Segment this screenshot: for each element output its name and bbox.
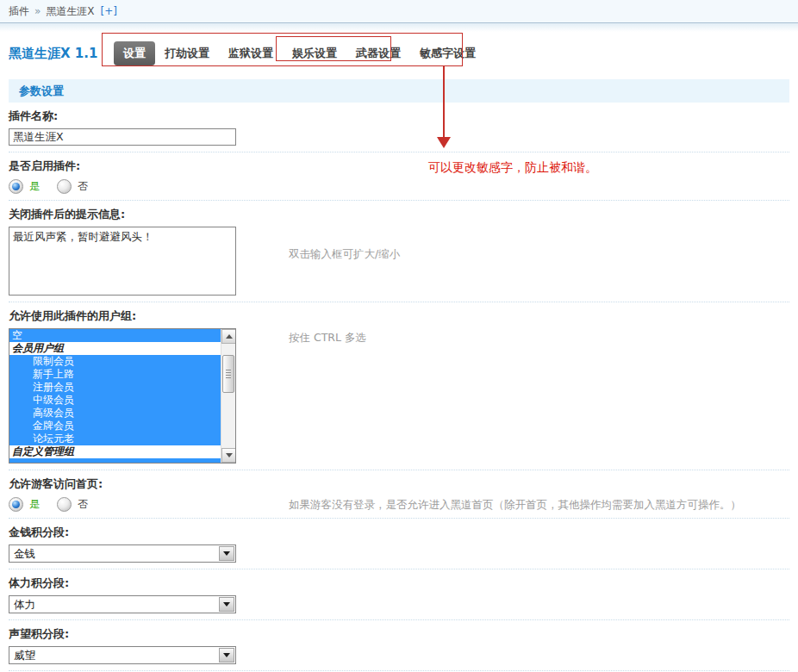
page-title: 黑道生涯X 1.1 [9, 46, 97, 62]
tab-4-武器设置[interactable]: 武器设置 [346, 41, 410, 65]
energy-credit-selected-value: 体力 [9, 596, 235, 613]
guest-access-yes-label: 是 [29, 497, 40, 512]
header-fade [0, 23, 798, 32]
scroll-up-icon [226, 334, 233, 339]
enable-plugin-label: 是否启用插件: [9, 159, 789, 173]
scroll-grip-icon [226, 370, 231, 378]
section-title-params: 参数设置 [9, 79, 789, 103]
plugin-name-label: 插件名称: [9, 109, 789, 123]
usergroup-option-0[interactable]: 空 [9, 329, 221, 342]
usergroup-option-2[interactable]: 限制会员 [9, 355, 221, 368]
guest-access-label: 允许游客访问首页: [9, 477, 789, 491]
plugin-header: 黑道生涯X 1.1 设置打劫设置监狱设置娱乐设置武器设置敏感字设置 [0, 32, 798, 79]
money-credit-label: 金钱积分段: [9, 526, 789, 539]
usergroup-option-7[interactable]: 金牌会员 [9, 420, 221, 432]
close-message-hint: 双击输入框可扩大/缩小 [289, 247, 400, 262]
guest-access-hint: 如果游客没有登录，是否允许进入黑道首页（除开首页，其他操作均需要加入黑道方可操作… [289, 498, 741, 513]
tab-bar: 设置打劫设置监狱设置娱乐设置武器设置敏感字设置 [114, 41, 485, 65]
usergroup-option-1[interactable]: 会员用户组 [9, 342, 221, 355]
row-close-message: 关闭插件后的提示信息: 最近风声紧，暂时避避风头！ 双击输入框可扩大/缩小 [9, 201, 789, 302]
dropdown-arrow-icon[interactable] [219, 546, 234, 561]
breadcrumb-current-page: 黑道生涯X [46, 4, 94, 19]
enable-plugin-radio-group: 是 否 [9, 178, 789, 194]
breadcrumb: 插件 » 黑道生涯X [+] [0, 0, 798, 23]
scrollbar-down-button[interactable] [221, 448, 236, 463]
breadcrumb-link-plugins[interactable]: 插件 [9, 4, 29, 19]
money-credit-select[interactable]: 金钱 [9, 544, 236, 563]
usergroup-option-8[interactable]: 论坛元老 [9, 432, 221, 445]
tab-2-监狱设置[interactable]: 监狱设置 [219, 41, 283, 65]
row-energy-credit: 体力积分段: 体力 [9, 569, 789, 620]
breadcrumb-expand-link[interactable]: [+] [101, 5, 117, 17]
row-prestige-credit: 声望积分段: 威望 [9, 620, 789, 671]
enable-plugin-radio-no[interactable] [57, 179, 72, 194]
prestige-credit-label: 声望积分段: [9, 627, 789, 641]
energy-credit-label: 体力积分段: [9, 576, 789, 590]
usergroup-option-9[interactable]: 自定义管理组 [9, 445, 221, 458]
money-credit-selected-value: 金钱 [9, 545, 235, 562]
prestige-credit-select[interactable]: 威望 [9, 646, 236, 664]
settings-form: 插件名称: 是否启用插件: 是 否 关闭插件后的提示信息: 最近风声紧，暂时避避… [0, 103, 798, 671]
usergroups-list-items: 空会员用户组限制会员新手上路注册会员中级会员高级会员金牌会员论坛元老自定义管理组 [9, 329, 221, 458]
guest-access-radio-no[interactable] [57, 497, 72, 512]
scrollbar-up-button[interactable] [221, 329, 236, 344]
row-plugin-name: 插件名称: [9, 103, 789, 152]
guest-access-no-label: 否 [78, 497, 88, 512]
usergroups-partial-item[interactable] [9, 458, 221, 463]
tab-5-敏感字设置[interactable]: 敏感字设置 [410, 41, 485, 65]
row-usergroups: 允许使用此插件的用户组: 空会员用户组限制会员新手上路注册会员中级会员高级会员金… [9, 302, 789, 470]
plugin-name-input[interactable] [9, 128, 236, 146]
usergroup-option-3[interactable]: 新手上路 [9, 368, 221, 381]
row-money-credit: 金钱积分段: 金钱 [9, 519, 789, 569]
close-message-label: 关闭插件后的提示信息: [9, 208, 789, 221]
guest-access-radio-yes[interactable] [9, 497, 23, 512]
scroll-down-icon [226, 453, 233, 457]
close-message-textarea[interactable]: 最近风声紧，暂时避避风头！ [9, 227, 236, 296]
row-guest-access: 允许游客访问首页: 是 否 如果游客没有登录，是否允许进入黑道首页（除开首页，其… [9, 470, 789, 519]
usergroups-hint: 按住 CTRL 多选 [289, 331, 366, 345]
prestige-credit-selected-value: 威望 [9, 647, 235, 663]
energy-credit-select[interactable]: 体力 [9, 595, 236, 613]
usergroups-scrollbar[interactable] [221, 329, 235, 463]
dropdown-arrow-icon[interactable] [219, 648, 234, 663]
tab-3-娱乐设置[interactable]: 娱乐设置 [283, 41, 346, 65]
row-enable-plugin: 是否启用插件: 是 否 [9, 152, 789, 201]
enable-plugin-yes-label: 是 [29, 179, 40, 194]
enable-plugin-radio-yes[interactable] [9, 179, 23, 194]
dropdown-arrow-icon[interactable] [219, 597, 234, 612]
usergroups-label: 允许使用此插件的用户组: [9, 309, 789, 323]
tab-0-设置[interactable]: 设置 [114, 41, 155, 65]
usergroup-option-4[interactable]: 注册会员 [9, 381, 221, 394]
usergroup-option-6[interactable]: 高级会员 [9, 407, 221, 420]
scrollbar-thumb[interactable] [222, 355, 234, 393]
enable-plugin-no-label: 否 [78, 179, 88, 194]
tab-1-打劫设置[interactable]: 打劫设置 [155, 41, 219, 65]
usergroups-listbox[interactable]: 空会员用户组限制会员新手上路注册会员中级会员高级会员金牌会员论坛元老自定义管理组 [9, 328, 236, 464]
breadcrumb-separator: » [34, 5, 41, 17]
usergroup-option-5[interactable]: 中级会员 [9, 394, 221, 407]
